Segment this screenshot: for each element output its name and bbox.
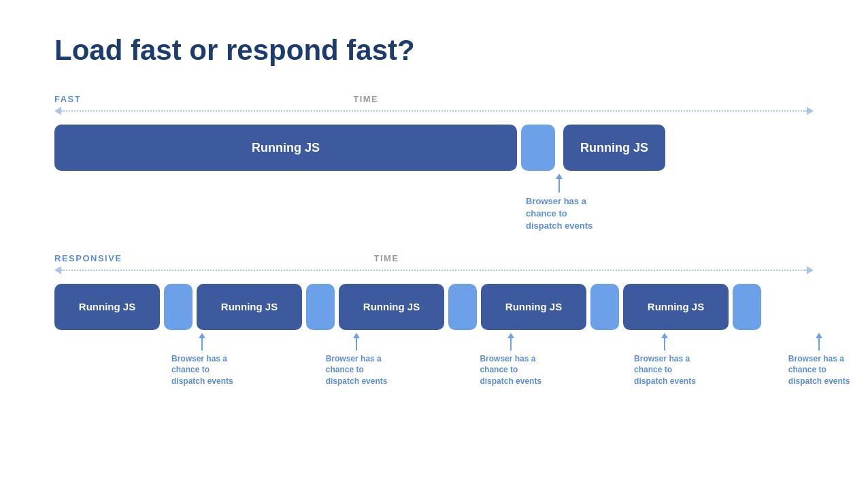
resp-timeline-arrow-left [54, 266, 61, 274]
resp-ann-4-text: Browser has achance todispatch events [634, 353, 696, 387]
resp-ann-1-tip [199, 333, 205, 338]
resp-ann-1-text: Browser has achance todispatch events [171, 353, 233, 387]
fast-ann-line [558, 179, 560, 193]
resp-ann-2-text: Browser has achance todispatch events [326, 353, 388, 387]
fast-timeline-arrow-left [54, 107, 61, 115]
resp-ann-5-tip [816, 333, 822, 338]
resp-ann-4-line [664, 338, 665, 351]
resp-timeline-line [61, 270, 807, 271]
resp-ann-2: Browser has achance todispatch events [326, 333, 388, 387]
page-container: Load fast or respond fast? FAST TIME Run… [0, 0, 868, 435]
resp-ann-1-line [201, 338, 203, 351]
resp-ann-2-line [356, 338, 357, 351]
fast-header-row: FAST TIME [54, 94, 814, 104]
resp-running-js-4: Running JS [481, 284, 586, 330]
resp-running-js-5: Running JS [623, 284, 729, 330]
responsive-section: RESPONSIVE TIME Running JS Running JS Ru… [54, 253, 814, 387]
page-title: Load fast or respond fast? [54, 34, 814, 67]
resp-gap-1 [164, 284, 193, 330]
fast-gap-block [521, 125, 555, 171]
fast-ann-text: Browser has achance todispatch events [526, 195, 592, 233]
resp-ann-5: Browser has achance todispatch events [788, 333, 850, 387]
resp-running-js-3: Running JS [339, 284, 444, 330]
fast-ann-tip [556, 174, 563, 179]
resp-gap-4 [590, 284, 619, 330]
resp-annotations-row: Browser has achance todispatch events Br… [54, 333, 814, 387]
fast-time-label: TIME [353, 94, 378, 104]
resp-ann-3-line [510, 338, 512, 351]
resp-ann-2-tip [353, 333, 360, 338]
resp-label: RESPONSIVE [54, 253, 122, 263]
resp-timeline [54, 266, 814, 274]
resp-ann-3: Browser has achance todispatch events [480, 333, 541, 387]
fast-blocks-row: Running JS Running JS [54, 125, 814, 171]
fast-annotation: Browser has achance todispatch events [526, 174, 592, 233]
resp-ann-3-text: Browser has achance todispatch events [480, 353, 541, 387]
fast-running-js-1: Running JS [54, 125, 517, 171]
resp-timeline-arrow-right [807, 266, 814, 274]
resp-gap-2 [306, 284, 335, 330]
fast-section: FAST TIME Running JS Running JS Browser … [54, 94, 814, 233]
resp-running-js-1: Running JS [54, 284, 160, 330]
fast-timeline [54, 107, 814, 115]
resp-header-row: RESPONSIVE TIME [54, 253, 814, 263]
fast-running-js-2: Running JS [563, 125, 665, 171]
fast-timeline-arrow-right [807, 107, 814, 115]
resp-ann-5-line [818, 338, 820, 351]
fast-annotation-area: Browser has achance todispatch events [54, 174, 814, 233]
resp-ann-4: Browser has achance todispatch events [634, 333, 696, 387]
resp-running-js-2: Running JS [197, 284, 302, 330]
resp-ann-4-tip [661, 333, 668, 338]
fast-timeline-line [61, 110, 807, 112]
resp-gap-5 [733, 284, 761, 330]
resp-ann-1: Browser has achance todispatch events [171, 333, 233, 387]
resp-ann-3-tip [507, 333, 514, 338]
resp-time-label: TIME [374, 253, 399, 263]
resp-gap-3 [448, 284, 477, 330]
fast-label: FAST [54, 94, 81, 104]
resp-ann-5-text: Browser has achance todispatch events [788, 353, 850, 387]
resp-blocks-row: Running JS Running JS Running JS Running… [54, 284, 814, 330]
